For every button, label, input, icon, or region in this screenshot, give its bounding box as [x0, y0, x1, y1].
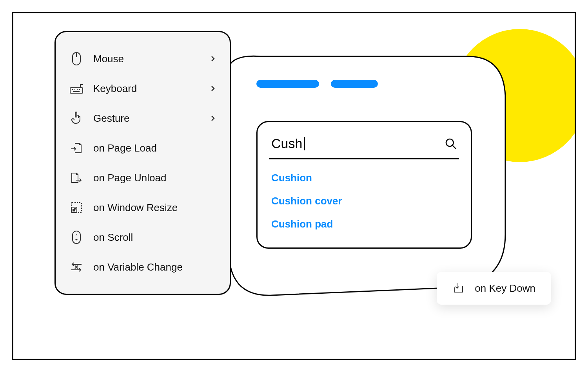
header-placeholder-pills [256, 80, 499, 88]
svg-rect-12 [73, 231, 80, 244]
chevron-right-icon [210, 115, 216, 121]
menu-item-label: on Page Load [93, 142, 216, 154]
illustration-frame: Cush Cushion Cushion cover Cushion pad [12, 12, 576, 360]
svg-line-1 [453, 145, 456, 149]
browser-window: Cush Cushion Cushion cover Cushion pad [213, 51, 515, 301]
search-input-text[interactable]: Cush [271, 136, 441, 151]
svg-rect-4 [70, 88, 83, 93]
page-load-icon [69, 141, 83, 155]
chevron-right-icon [210, 85, 216, 92]
placeholder-pill [256, 80, 319, 88]
text-cursor [304, 137, 305, 150]
menu-item-label: on Scroll [93, 231, 216, 244]
menu-item-variable-change[interactable]: on Variable Change [64, 252, 222, 282]
window-resize-icon [69, 200, 83, 215]
search-icon[interactable] [445, 137, 457, 150]
menu-item-scroll[interactable]: on Scroll [64, 222, 222, 252]
menu-item-label: on Window Resize [93, 202, 216, 214]
suggestion-list: Cushion Cushion cover Cushion pad [269, 159, 459, 236]
menu-item-label: Gesture [93, 112, 200, 125]
suggestion-item[interactable]: Cushion pad [269, 213, 459, 236]
gesture-icon [69, 111, 83, 125]
event-chip-label: on Key Down [475, 282, 535, 294]
variable-change-icon [69, 260, 83, 274]
menu-item-label: on Page Unload [93, 172, 216, 184]
key-down-icon [452, 282, 465, 294]
event-chip-key-down[interactable]: on Key Down [437, 272, 551, 305]
menu-item-mouse[interactable]: Mouse [64, 44, 222, 74]
mouse-icon [69, 52, 83, 66]
placeholder-pill [331, 80, 378, 88]
menu-item-keyboard[interactable]: Keyboard [64, 74, 222, 103]
menu-item-page-load[interactable]: on Page Load [64, 133, 222, 163]
keyboard-icon [69, 81, 83, 96]
search-autocomplete-card: Cush Cushion Cushion cover Cushion pad [256, 121, 472, 249]
menu-item-window-resize[interactable]: on Window Resize [64, 193, 222, 222]
scroll-icon [69, 230, 83, 244]
chevron-right-icon [210, 56, 216, 62]
menu-item-gesture[interactable]: Gesture [64, 103, 222, 133]
menu-item-label: on Variable Change [93, 261, 216, 273]
menu-item-label: Keyboard [93, 83, 200, 95]
menu-item-page-unload[interactable]: on Page Unload [64, 163, 222, 193]
menu-item-label: Mouse [93, 53, 200, 65]
search-input[interactable]: Cush [269, 132, 459, 159]
svg-point-0 [446, 139, 454, 146]
page-unload-icon [69, 171, 83, 185]
suggestion-item[interactable]: Cushion cover [269, 190, 459, 213]
suggestion-item[interactable]: Cushion [269, 166, 459, 190]
events-menu: Mouse Keyboard [54, 31, 231, 295]
